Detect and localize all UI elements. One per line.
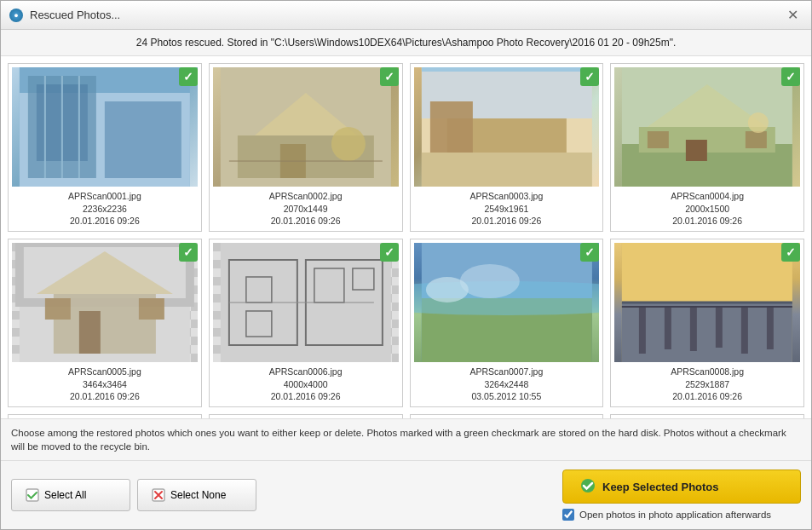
close-button[interactable]: ✕ bbox=[782, 5, 803, 26]
keep-selected-button[interactable]: Keep Selected Photos bbox=[562, 470, 801, 504]
description-content: Choose among the restored photos which o… bbox=[11, 428, 786, 452]
photo-date: 20.01.2016 09:26 bbox=[269, 390, 343, 403]
photo-date: 20.01.2016 09:26 bbox=[671, 390, 744, 403]
photo-thumbnail bbox=[12, 243, 198, 362]
photo-date: 03.05.2012 10:55 bbox=[469, 390, 543, 403]
open-after-checkbox[interactable] bbox=[562, 509, 574, 521]
select-all-button[interactable]: Select All bbox=[11, 479, 130, 511]
photo-date: 20.01.2016 09:26 bbox=[68, 215, 141, 228]
photo-date: 20.01.2016 09:26 bbox=[269, 215, 343, 228]
app-icon: ● bbox=[9, 9, 23, 22]
svg-rect-19 bbox=[421, 67, 591, 72]
photo-dims: 2070x1449 bbox=[269, 203, 343, 216]
select-none-icon bbox=[152, 488, 165, 502]
table-row[interactable]: ✓ bbox=[209, 414, 403, 418]
table-row[interactable]: ✓ APRScan0006.jpg 4000x4000 20.01.2016 0… bbox=[209, 239, 403, 407]
photo-name: APRScan0006.jpg bbox=[269, 366, 343, 378]
photo-info: APRScan0008.jpg 2529x1887 20.01.2016 09:… bbox=[671, 366, 744, 403]
selected-checkmark: ✓ bbox=[781, 67, 800, 86]
photo-dims: 3464x3464 bbox=[68, 378, 141, 391]
select-all-icon bbox=[26, 488, 39, 502]
selected-checkmark: ✓ bbox=[781, 243, 800, 262]
window-title: Rescued Photos... bbox=[30, 9, 120, 21]
photo-info: APRScan0006.jpg 4000x4000 20.01.2016 09:… bbox=[269, 366, 343, 403]
photo-dims: 2000x1500 bbox=[671, 203, 744, 216]
selection-buttons: Select All Select None bbox=[11, 479, 256, 511]
svg-rect-54 bbox=[665, 307, 671, 349]
svg-rect-53 bbox=[639, 307, 646, 354]
photo-date: 20.01.2016 09:26 bbox=[68, 390, 141, 403]
photo-info: APRScan0005.jpg 3464x3464 20.01.2016 09:… bbox=[68, 366, 141, 403]
svg-rect-55 bbox=[690, 307, 697, 351]
table-row[interactable]: ✓ APRScan0001.jpg 2236x2236 20.01.2016 0… bbox=[8, 63, 202, 232]
svg-rect-50 bbox=[622, 243, 792, 302]
photo-dims: 3264x2448 bbox=[469, 378, 543, 391]
photo-grid: ✓ APRScan0001.jpg 2236x2236 20.01.2016 0… bbox=[1, 56, 811, 418]
photo-name: APRScan0001.jpg bbox=[68, 190, 141, 203]
photo-thumbnail bbox=[414, 67, 600, 187]
title-bar: ● Rescued Photos... ✕ bbox=[1, 1, 811, 30]
svg-rect-34 bbox=[139, 298, 164, 320]
photo-dims: 4000x4000 bbox=[269, 378, 343, 391]
photo-info: APRScan0007.jpg 3264x2448 03.05.2012 10:… bbox=[469, 366, 543, 403]
photo-name: APRScan0004.jpg bbox=[671, 190, 744, 203]
photo-name: APRScan0003.jpg bbox=[469, 190, 543, 203]
svg-rect-33 bbox=[45, 298, 71, 320]
bottom-actions: Select All Select None bbox=[1, 461, 811, 529]
right-actions: Keep Selected Photos Open photos in phot… bbox=[562, 470, 801, 521]
svg-rect-4 bbox=[105, 101, 181, 178]
svg-point-27 bbox=[748, 112, 769, 133]
photo-name: APRScan0007.jpg bbox=[469, 366, 543, 378]
photo-info: APRScan0003.jpg 2549x1961 20.01.2016 09:… bbox=[469, 190, 543, 228]
open-after-checkbox-label[interactable]: Open photos in photo application afterwa… bbox=[562, 509, 771, 521]
selected-checkmark: ✓ bbox=[580, 243, 599, 262]
select-none-button[interactable]: Select None bbox=[137, 479, 256, 511]
table-row[interactable]: ✓ APRScan0008.jpg 2529x1887 20.01.2016 0… bbox=[610, 239, 804, 407]
photo-info: APRScan0002.jpg 2070x1449 20.01.2016 09:… bbox=[269, 190, 343, 228]
table-row[interactable]: ✓ APRScan0007.jpg 3264x2448 03.05.2012 1… bbox=[410, 239, 604, 407]
subtitle-text: 24 Photos rescued. Stored in "C:\Users\W… bbox=[136, 37, 677, 49]
table-row[interactable]: ✓ bbox=[410, 414, 604, 418]
keep-selected-label: Keep Selected Photos bbox=[602, 481, 719, 493]
table-row[interactable]: ✓ bbox=[610, 414, 804, 418]
select-all-label: Select All bbox=[44, 489, 86, 501]
table-row[interactable]: ✓ APRScan0005.jpg 3464x3464 20.01.2016 0… bbox=[8, 239, 202, 407]
svg-rect-56 bbox=[716, 307, 723, 348]
svg-rect-24 bbox=[686, 140, 707, 161]
svg-rect-58 bbox=[767, 307, 774, 349]
svg-rect-25 bbox=[648, 131, 669, 148]
table-row[interactable]: ✓ APRScan0003.jpg 2549x1961 20.01.2016 0… bbox=[410, 63, 604, 232]
svg-rect-32 bbox=[79, 311, 101, 354]
svg-rect-57 bbox=[741, 307, 748, 354]
main-window: ● Rescued Photos... ✕ 24 Photos rescued.… bbox=[0, 0, 812, 530]
photo-thumbnail bbox=[614, 67, 800, 187]
photo-dims: 2529x1887 bbox=[671, 378, 744, 391]
table-row[interactable]: ✓ APRScan0002.jpg 2070x1449 20.01.2016 0… bbox=[209, 63, 403, 232]
photo-info: APRScan0004.jpg 2000x1500 20.01.2016 09:… bbox=[671, 190, 744, 228]
svg-point-12 bbox=[331, 127, 366, 161]
select-none-label: Select None bbox=[170, 489, 226, 501]
photo-thumbnail bbox=[414, 243, 600, 362]
photo-thumbnail bbox=[614, 243, 800, 362]
table-row[interactable]: ✓ bbox=[8, 414, 202, 418]
selected-checkmark: ✓ bbox=[380, 243, 399, 262]
photo-name: APRScan0005.jpg bbox=[68, 366, 141, 378]
photo-name: APRScan0002.jpg bbox=[269, 190, 343, 203]
photo-date: 20.01.2016 09:26 bbox=[671, 215, 744, 228]
photo-thumbnail bbox=[213, 67, 399, 187]
description-text: Choose among the restored photos which o… bbox=[1, 418, 811, 461]
photo-dims: 2236x2236 bbox=[68, 203, 141, 216]
photo-name: APRScan0008.jpg bbox=[671, 366, 744, 378]
selected-checkmark: ✓ bbox=[179, 67, 198, 86]
selected-checkmark: ✓ bbox=[580, 67, 599, 86]
selected-checkmark: ✓ bbox=[380, 67, 399, 86]
photo-thumbnail bbox=[12, 67, 198, 187]
photo-dims: 2549x1961 bbox=[469, 203, 543, 216]
selected-checkmark: ✓ bbox=[179, 243, 198, 262]
subtitle-bar: 24 Photos rescued. Stored in "C:\Users\W… bbox=[1, 30, 811, 56]
title-bar-left: ● Rescued Photos... bbox=[9, 9, 120, 22]
open-after-label: Open photos in photo application afterwa… bbox=[579, 510, 771, 520]
keep-icon bbox=[580, 478, 596, 496]
svg-rect-16 bbox=[421, 153, 591, 187]
table-row[interactable]: ✓ APRScan0004.jpg 2000x1500 20.01.2016 0… bbox=[610, 63, 804, 232]
